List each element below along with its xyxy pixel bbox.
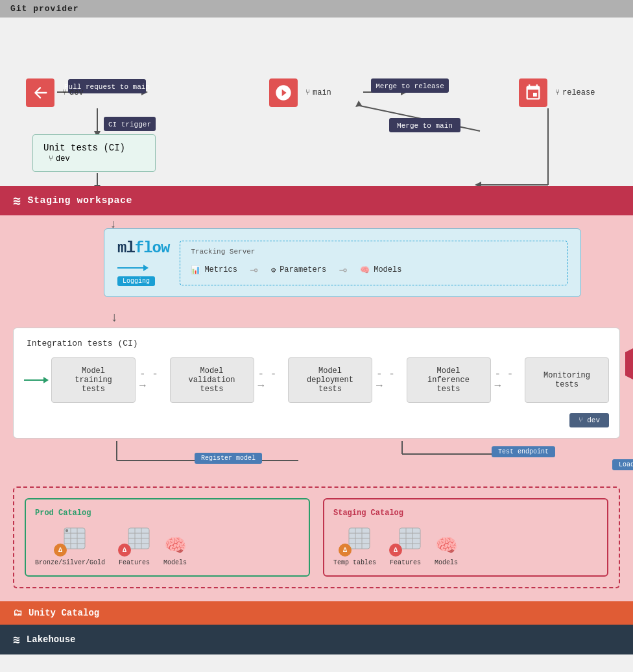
release-branch-group: ⑂ release: [519, 78, 595, 107]
test-step-model-validation: Model validation tests: [170, 357, 254, 403]
dev-branch-bar: ⑂ dev: [569, 413, 609, 427]
staging-icon: ≋: [13, 193, 21, 209]
staging-workspace-header: ≋ Staging workspace: [0, 186, 633, 215]
left-entry-arrow: [24, 377, 49, 383]
prod-features-label: Features: [119, 559, 150, 566]
svg-rect-6: [104, 117, 156, 131]
svg-text:Merge to release: Merge to release: [376, 82, 444, 90]
staging-body: ↓ mlflow Logging Tracking Server 📊 M: [0, 215, 633, 601]
branch-icon-main: ⑂: [305, 88, 310, 97]
test-step-model-training: Model training tests: [51, 357, 136, 403]
dashed-arrow-3: - - →: [372, 368, 407, 392]
prod-models-icon: 🧠: [164, 534, 187, 557]
svg-text:CI trigger: CI trigger: [108, 121, 151, 128]
dev-branch-label: ⑂ dev: [62, 88, 84, 97]
hexagon-shape: Model Serving Endpoint: [625, 341, 633, 387]
prod-item-models: 🧠 Models: [163, 534, 187, 566]
test-step-model-deployment: Model deployment tests: [288, 357, 372, 403]
staging-features-label: Features: [390, 559, 421, 566]
integration-tests-title: Integration tests (CI): [24, 339, 609, 348]
tracking-item-models: 🧠 Models: [360, 265, 401, 275]
svg-marker-1: [141, 89, 148, 95]
prod-item-features: Δ Features: [118, 527, 150, 566]
model-serving-label: Model Serving Endpoint: [630, 354, 633, 375]
staging-catalog-items: Δ Temp tables: [333, 527, 598, 566]
dev-bar-label: dev: [587, 416, 600, 424]
mlflow-section-wrapper: ↓ mlflow Logging Tracking Server 📊 M: [13, 228, 620, 297]
dashed-arrow-2: - - →: [254, 368, 289, 392]
test-endpoint-badge: Test endpoint: [492, 446, 555, 457]
main-branch-group: ⑂ main: [269, 78, 331, 107]
test-step-monitoring: Monitoring tests: [525, 357, 609, 403]
models-icon: 🧠: [360, 265, 370, 275]
unity-catalog-icon: 🗂: [13, 608, 22, 618]
prod-bronze-label: Bronze/Silver/Gold: [35, 559, 105, 566]
svg-marker-15: [355, 101, 362, 107]
integration-tests-box: Integration tests (CI) Model training te…: [13, 328, 620, 438]
git-provider-bar: Git provider: [0, 0, 633, 18]
staging-models-label: Models: [435, 559, 458, 566]
tracking-server-title: Tracking Server: [191, 248, 556, 256]
model-serving-endpoint: Model Serving Endpoint: [625, 341, 633, 387]
staging-label: Staging workspace: [28, 195, 133, 206]
catalogs-row: Prod Catalog Δ: [25, 498, 608, 577]
prod-models-label: Models: [163, 559, 187, 566]
logging-badge: Logging: [117, 276, 155, 286]
main-git-icon: [269, 78, 298, 107]
svg-rect-10: [371, 78, 449, 93]
tracking-items-row: 📊 Metrics ⊸ ⚙ Parameters ⊸ 🧠 Models: [191, 262, 556, 278]
branch-icon-release: ⑂: [555, 88, 560, 97]
staging-item-models: 🧠 Models: [435, 534, 458, 566]
params-label: Parameters: [280, 265, 326, 274]
mlflow-section: mlflow Logging Tracking Server 📊 Metrics…: [104, 228, 581, 297]
svg-marker-9: [401, 89, 407, 95]
test-steps-container: Model training tests - - → Model validat…: [24, 357, 609, 403]
svg-rect-16: [389, 118, 460, 132]
staging-item-features: Δ Features: [389, 527, 422, 566]
branch-icon-dev: ⑂: [62, 88, 67, 97]
release-branch-label: ⑂ release: [555, 88, 595, 97]
unity-catalog-dashed: Prod Catalog Δ: [13, 486, 620, 588]
prod-item-bronze: Δ Bronze/: [35, 527, 105, 566]
test-step-model-inference: Model inference tests: [407, 357, 491, 403]
load-model-badge: Load model: [612, 459, 633, 470]
metrics-icon: 📊: [191, 265, 200, 275]
dashed-arrow-4: - - →: [491, 368, 525, 392]
unity-catalog-label: Unity Catalog: [29, 608, 99, 618]
staging-models-icon: 🧠: [435, 534, 458, 557]
connector-labels-row: Register model Test endpoint Load model: [13, 441, 620, 480]
integration-wrapper: Integration tests (CI) Model training te…: [13, 328, 620, 480]
tracking-item-metrics: 📊 Metrics: [191, 265, 237, 275]
main-branch-label: ⑂ main: [305, 88, 331, 97]
dev-branch-group: ⑂ dev: [26, 78, 84, 107]
lakehouse-label: Lakehouse: [27, 634, 76, 645]
dashed-arrow-1: - - →: [136, 368, 170, 392]
metrics-label: Metrics: [204, 265, 237, 274]
staging-catalog-title: Staging Catalog: [333, 509, 598, 518]
tracking-item-parameters: ⚙ Parameters: [271, 265, 326, 275]
svg-marker-20: [475, 182, 481, 186]
svg-text:Merge to main: Merge to main: [397, 122, 453, 130]
staging-temp-label: Temp tables: [333, 559, 376, 566]
staging-item-temp: Δ Temp tables: [333, 527, 376, 566]
mlflow-logo: mlflow: [117, 239, 169, 257]
unit-tests-label: Unit tests (CI): [43, 143, 125, 153]
down-arrow-2: ↓: [13, 310, 620, 325]
prod-catalog-title: Prod Catalog: [35, 509, 300, 518]
dev-git-icon: [26, 78, 54, 107]
models-label: Models: [374, 265, 401, 274]
prod-catalog-items: Δ Bronze/: [35, 527, 300, 566]
git-provider-label: Git provider: [10, 4, 79, 14]
svg-line-14: [357, 105, 480, 131]
prod-catalog-box: Prod Catalog Δ: [25, 498, 310, 577]
lakehouse-icon: ≋: [13, 632, 20, 647]
unit-tests-branch: ⑂ dev: [49, 154, 70, 163]
lakehouse-bar: ≋ Lakehouse: [0, 625, 633, 654]
staging-catalog-box: Staging Catalog Δ: [323, 498, 608, 577]
register-model-badge: Register model: [195, 453, 262, 464]
svg-point-34: [66, 529, 68, 532]
release-git-icon: [519, 78, 547, 107]
svg-marker-13: [94, 185, 101, 186]
unit-tests-box: Unit tests (CI) ⑂ dev: [32, 134, 156, 172]
params-icon: ⚙: [271, 265, 276, 275]
